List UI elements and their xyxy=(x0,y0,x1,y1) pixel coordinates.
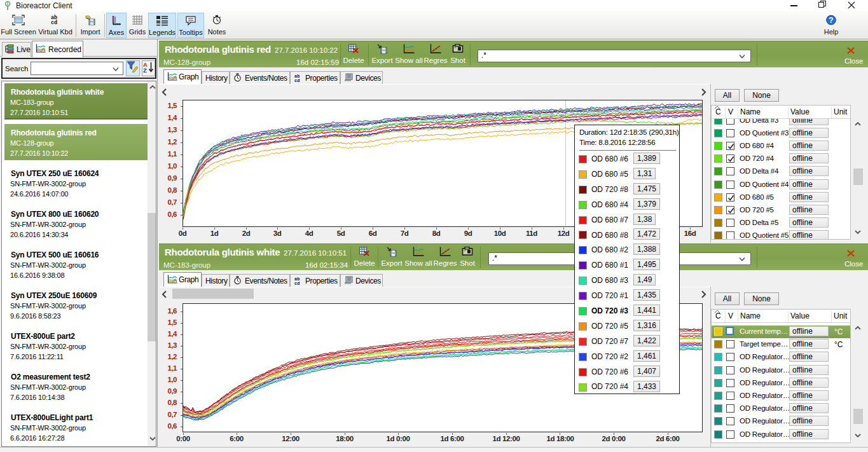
svg-text:cd: cd xyxy=(51,20,57,25)
svg-text:Z: Z xyxy=(143,67,147,73)
svg-text:?: ? xyxy=(829,16,833,25)
svg-text:cd: cd xyxy=(294,78,300,83)
svg-text:cd: cd xyxy=(294,281,300,285)
